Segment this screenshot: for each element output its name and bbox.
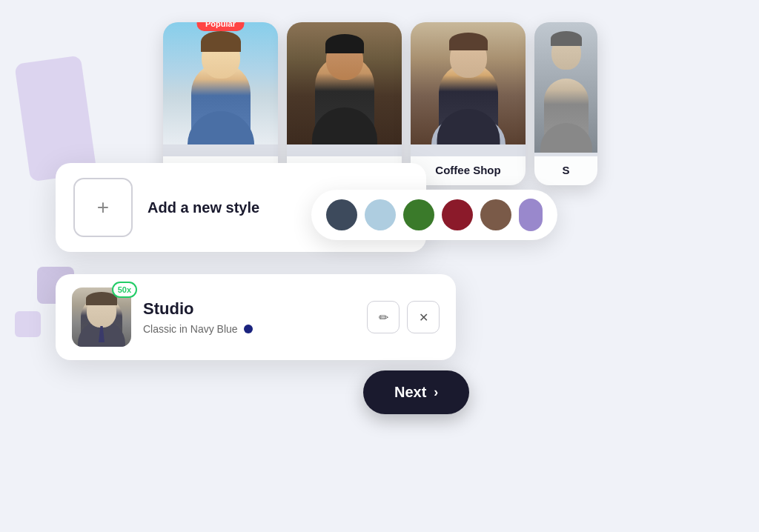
main-scene: Popular City Home Office <box>0 0 759 532</box>
bg-card-home-office[interactable]: Home Office <box>287 22 402 185</box>
city-image <box>163 22 278 144</box>
close-button[interactable]: ✕ <box>407 301 440 333</box>
coffee-shop-image <box>411 22 526 144</box>
studio-partial-image <box>534 22 597 153</box>
studio-avatar-wrapper: 50x <box>72 287 131 347</box>
add-style-button[interactable]: + <box>73 178 133 237</box>
studio-subtitle-text: Classic in Navy Blue <box>143 323 238 335</box>
studio-info: Studio Classic in Navy Blue <box>143 299 355 335</box>
color-light-blue[interactable] <box>365 199 396 230</box>
studio-actions: ✏ ✕ <box>367 301 440 333</box>
navy-color-dot <box>244 325 253 333</box>
edit-button[interactable]: ✏ <box>367 301 400 333</box>
next-button[interactable]: Next › <box>363 370 469 414</box>
plus-icon: + <box>97 196 109 219</box>
popular-badge: Popular <box>196 22 245 31</box>
bg-card-city[interactable]: Popular City <box>163 22 278 185</box>
color-forest-green[interactable] <box>403 199 434 230</box>
color-picker <box>311 190 557 240</box>
studio-card: 50x Studio Classic in Navy Blue ✏ ✕ <box>56 274 456 360</box>
bg-card-partial[interactable]: S <box>534 22 597 185</box>
chevron-right-icon: › <box>434 385 438 400</box>
home-office-image <box>287 22 402 144</box>
bg-card-coffee-shop[interactable]: Coffee Shop <box>411 22 526 185</box>
coffee-shop-label: Coffee Shop <box>411 156 526 185</box>
add-style-label: Add a new style <box>148 199 259 216</box>
studio-name: Studio <box>143 299 355 319</box>
edit-icon: ✏ <box>379 310 388 325</box>
studio-count-badge: 50x <box>112 282 137 298</box>
color-dark-red[interactable] <box>442 199 473 230</box>
next-label: Next <box>394 384 426 401</box>
studio-subtitle: Classic in Navy Blue <box>143 323 355 335</box>
bg-decoration-3 <box>15 311 41 337</box>
backgrounds-row: Popular City Home Office <box>163 22 597 185</box>
color-dark-slate[interactable] <box>326 199 357 230</box>
color-lavender[interactable] <box>519 199 543 231</box>
color-brown[interactable] <box>480 199 511 230</box>
partial-label: S <box>534 156 597 185</box>
close-icon: ✕ <box>419 310 428 325</box>
